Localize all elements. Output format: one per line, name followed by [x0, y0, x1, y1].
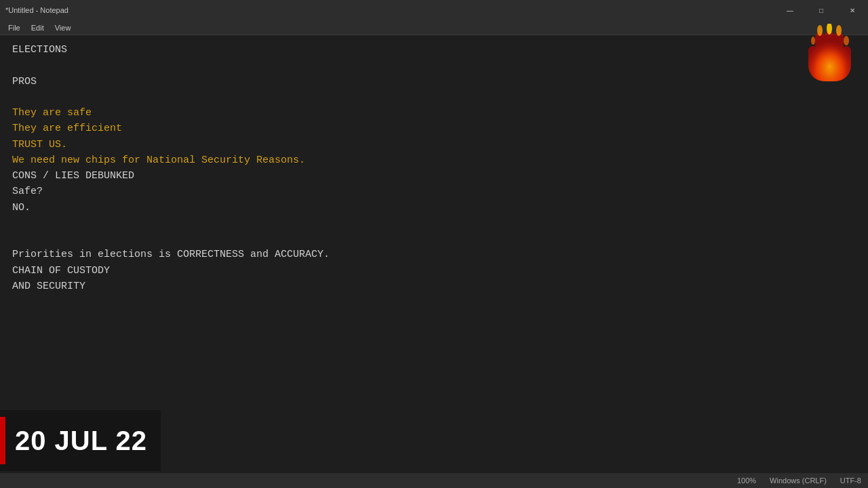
content-line: CONS / LIES DEBUNKED: [12, 168, 856, 184]
content-line: [12, 58, 856, 73]
encoding: UTF-8: [840, 476, 861, 485]
menu-file[interactable]: File: [3, 22, 26, 33]
close-button[interactable]: ✕: [837, 0, 868, 20]
zoom-level: 100%: [737, 476, 756, 485]
content-line: [12, 231, 856, 247]
content-line: ELECTIONS: [12, 42, 856, 58]
minimize-button[interactable]: —: [774, 0, 806, 20]
content-area[interactable]: ELECTIONS PROS They are safeThey are eff…: [0, 35, 868, 473]
date-overlay: 20 JUL 22: [0, 410, 161, 471]
window-title: *Untitled - Notepad: [5, 6, 68, 14]
content-line: They are efficient: [12, 121, 856, 136]
content-line: We need new chips for National Security …: [12, 152, 856, 168]
content-line: [12, 216, 856, 231]
content-line: Safe?: [12, 184, 856, 199]
menu-view[interactable]: View: [50, 22, 77, 33]
maximize-button[interactable]: □: [806, 0, 837, 20]
content-line: AND SECURITY: [12, 279, 856, 294]
content-line: [12, 89, 856, 105]
menu-edit[interactable]: Edit: [26, 22, 50, 33]
date-text: 20 JUL 22: [15, 426, 147, 456]
content-line: NO.: [12, 200, 856, 216]
titlebar: *Untitled - Notepad — □ ✕: [0, 0, 868, 20]
line-ending: Windows (CRLF): [770, 476, 827, 485]
content-line: TRUST US.: [12, 137, 856, 152]
date-red-bar: [0, 417, 5, 464]
menubar: File Edit View: [0, 20, 868, 35]
window-controls: — □ ✕: [774, 0, 868, 20]
statusbar: 100% Windows (CRLF) UTF-8: [0, 473, 868, 488]
content-line: PROS: [12, 74, 856, 89]
content-line: They are safe: [12, 105, 856, 121]
content-line: Priorities in elections is CORRECTNESS a…: [12, 247, 856, 262]
content-line: CHAIN OF CUSTODY: [12, 263, 856, 279]
